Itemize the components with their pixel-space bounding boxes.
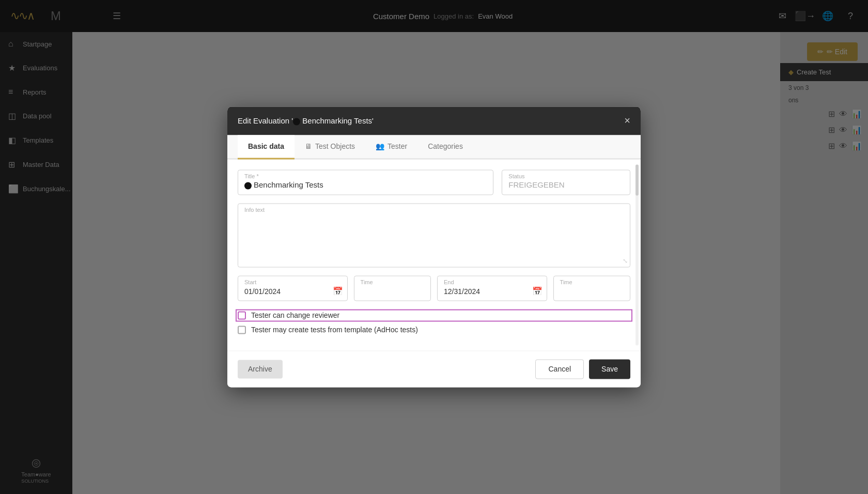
date-row: Start 01/01/2024 📅 Time End 12/31/2024 📅 xyxy=(238,276,630,301)
modal-scroll-track xyxy=(636,164,639,345)
title-circle-icon xyxy=(293,118,300,126)
tab-categories[interactable]: Categories xyxy=(417,135,473,159)
tab-basic-data-label: Basic data xyxy=(248,142,284,150)
modal-header: Edit Evaluation ' Benchmarking Tests' × xyxy=(227,106,641,135)
edit-evaluation-modal: Edit Evaluation ' Benchmarking Tests' × … xyxy=(227,106,641,387)
monitor-icon: 🖥 xyxy=(305,142,312,150)
cancel-button[interactable]: Cancel xyxy=(535,360,584,379)
title-field: Title * Benchmarking Tests xyxy=(238,169,493,195)
status-field-label: Status xyxy=(502,170,630,179)
title-dot-icon xyxy=(244,182,252,190)
tab-basic-data[interactable]: Basic data xyxy=(238,135,295,159)
checkbox-tester-change-reviewer[interactable] xyxy=(238,312,246,320)
end-time-field: Time xyxy=(553,276,630,301)
archive-button[interactable]: Archive xyxy=(238,360,283,379)
status-field: Status FREIGEGEBEN xyxy=(502,169,630,195)
tab-test-objects[interactable]: 🖥 Test Objects xyxy=(295,135,365,159)
checkbox-tester-change-reviewer-label: Tester can change reviewer xyxy=(251,312,339,320)
modal-footer: Archive Cancel Save xyxy=(227,351,641,388)
resize-handle-icon: ⤡ xyxy=(623,258,628,265)
start-date-value: 01/01/2024 xyxy=(244,287,333,296)
end-date-value: 12/31/2024 xyxy=(444,287,532,296)
users-icon: 👥 xyxy=(376,142,384,150)
end-time-label: Time xyxy=(554,276,630,286)
start-time-field: Time xyxy=(354,276,431,301)
tab-tester-label: Tester xyxy=(388,142,407,150)
footer-right: Cancel Save xyxy=(535,360,630,379)
checkbox-tester-create-tests-label: Tester may create tests from template (A… xyxy=(251,326,418,334)
checkbox-tester-create-tests[interactable] xyxy=(238,326,246,334)
checkbox-row-2: Tester may create tests from template (A… xyxy=(238,326,630,334)
tab-tester[interactable]: 👥 Tester xyxy=(365,135,417,159)
end-calendar-icon[interactable]: 📅 xyxy=(532,287,542,297)
info-text-field: Info text ⤡ xyxy=(238,204,630,268)
info-text-label: Info text xyxy=(238,204,630,213)
start-date-field: Start 01/01/2024 📅 xyxy=(238,276,348,301)
info-text-input[interactable] xyxy=(238,213,630,265)
save-button[interactable]: Save xyxy=(589,360,630,379)
tab-test-objects-label: Test Objects xyxy=(315,142,355,150)
modal-tabs: Basic data 🖥 Test Objects 👥 Tester Categ… xyxy=(227,135,641,159)
status-field-value: FREIGEGEBEN xyxy=(502,179,630,194)
start-label: Start xyxy=(238,276,347,286)
end-label: End xyxy=(438,276,547,286)
modal-title: Edit Evaluation ' Benchmarking Tests' xyxy=(238,116,374,125)
title-field-label: Title * xyxy=(238,170,493,179)
tab-categories-label: Categories xyxy=(428,142,463,150)
modal-body: Title * Benchmarking Tests Status FREIGE… xyxy=(227,159,641,350)
start-time-label: Time xyxy=(354,276,430,286)
title-field-value: Benchmarking Tests xyxy=(238,179,493,194)
modal-scroll-thumb[interactable] xyxy=(636,164,639,195)
modal-close-button[interactable]: × xyxy=(624,115,630,127)
start-calendar-icon[interactable]: 📅 xyxy=(333,287,343,297)
end-date-field: End 12/31/2024 📅 xyxy=(437,276,547,301)
title-status-row: Title * Benchmarking Tests Status FREIGE… xyxy=(238,169,630,195)
checkbox-row-1: Tester can change reviewer xyxy=(238,312,630,320)
modal-title-text: Benchmarking Tests xyxy=(302,116,372,125)
